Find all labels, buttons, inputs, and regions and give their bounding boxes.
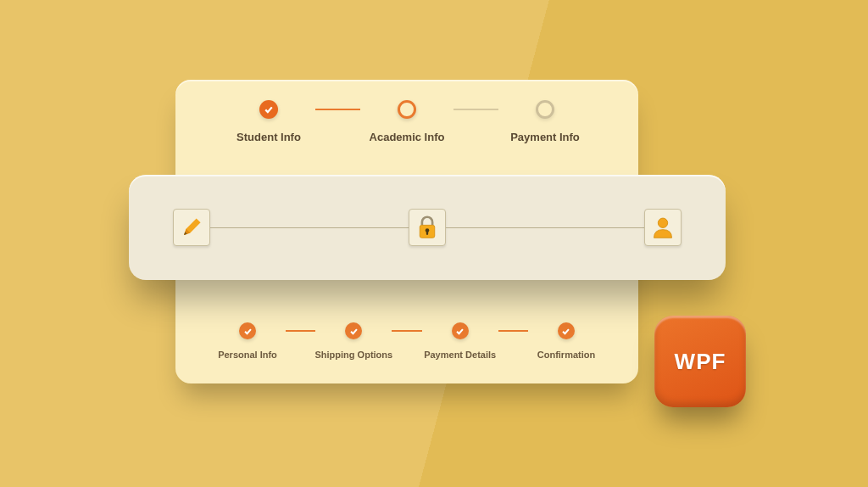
empty-circle-icon (536, 100, 554, 119)
front-card (129, 175, 726, 280)
step-payment-details[interactable]: Payment Details (422, 322, 498, 360)
check-icon (259, 100, 278, 119)
step-connector (315, 109, 360, 110)
step-label: Academic Info (370, 131, 445, 143)
user-icon (651, 216, 675, 239)
check-icon (452, 322, 469, 339)
step-academic-info[interactable]: Academic Info (360, 100, 453, 143)
check-icon (558, 322, 575, 339)
step-connector (210, 227, 409, 228)
step-connector (498, 330, 528, 332)
step-label: Payment Details (424, 350, 496, 360)
top-stepper: Student Info Academic Info Payment Info (222, 100, 592, 143)
step-label: Confirmation (537, 350, 595, 360)
step-account[interactable] (644, 209, 682, 246)
step-connector (392, 330, 421, 332)
icon-stepper (129, 209, 726, 246)
badge-label: WPF (675, 349, 726, 375)
svg-rect-5 (426, 231, 428, 234)
step-personal-info[interactable]: Personal Info (209, 322, 286, 360)
bottom-stepper: Personal Info Shipping Options Payment D… (209, 322, 604, 360)
step-student-info[interactable]: Student Info (222, 100, 315, 143)
step-label: Student Info (236, 131, 301, 143)
step-label: Payment Info (510, 131, 580, 143)
step-connector (286, 330, 315, 332)
check-icon (239, 322, 256, 339)
step-connector (446, 227, 644, 228)
step-label: Shipping Options (315, 350, 393, 360)
check-icon (345, 322, 362, 339)
step-confirmation[interactable]: Confirmation (528, 322, 604, 360)
ring-icon (398, 100, 416, 119)
step-edit[interactable] (173, 209, 210, 246)
step-payment-info[interactable]: Payment Info (498, 100, 592, 143)
wpf-badge: WPF (654, 316, 746, 407)
step-security[interactable] (409, 209, 446, 246)
lock-icon (415, 215, 439, 240)
pencil-icon (181, 216, 203, 238)
step-connector (453, 109, 498, 110)
step-shipping-options[interactable]: Shipping Options (315, 322, 392, 360)
step-label: Personal Info (218, 350, 277, 360)
